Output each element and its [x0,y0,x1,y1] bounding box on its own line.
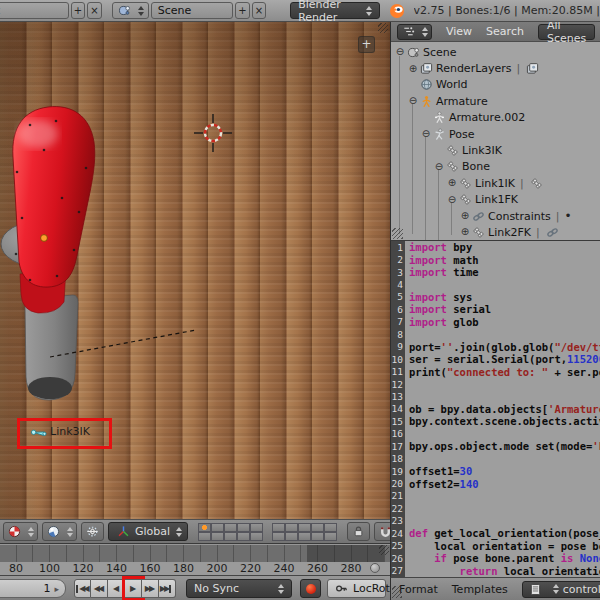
current-frame-field[interactable]: 1 ▸ [0,579,66,598]
transform-orientation-dropdown[interactable]: Global [108,522,188,541]
expand-toggle-icon[interactable]: ⊖ [420,129,432,139]
outliner-item-world[interactable]: World [391,77,600,93]
expand-toggle-icon[interactable]: ⊖ [446,195,458,205]
code-line-1[interactable]: 1import bpy [391,241,600,253]
code-line-5[interactable]: 5import sys [391,291,600,303]
lock-to-scene-button[interactable] [347,522,370,541]
outliner-item-link1fk[interactable]: ⊖Link1FK [391,192,600,208]
auto-keyframe-record-button[interactable] [300,579,321,598]
layer-cell-2[interactable] [211,523,224,532]
remove-layout-button[interactable]: × [87,2,102,19]
layer-cell-5[interactable] [250,523,263,532]
expand-toggle-icon[interactable]: ⊕ [459,227,471,237]
code-line-18[interactable]: 18 [391,452,600,464]
scene-datablock-button[interactable] [112,2,149,19]
scene-name-field[interactable]: Scene [151,2,233,19]
jump-to-end-button[interactable]: ▶▶ [159,579,176,598]
code-line-15[interactable]: 15bpy.context.scene.objects.active [391,415,600,427]
editor-type-selector[interactable] [3,522,38,541]
code-line-20[interactable]: 20offset2=140 [391,477,600,489]
code-line-6[interactable]: 6import serial [391,303,600,315]
code-line-25[interactable]: 25 local_orientation = pose_bone [391,540,600,552]
outliner-display-filter-dropdown[interactable]: All Scenes [538,24,595,40]
snap-toggle-button[interactable] [374,522,390,541]
expand-toggle-icon[interactable]: ⊕ [459,211,471,221]
play-reverse-button[interactable]: ◀ [108,579,125,598]
expand-toggle-icon[interactable]: ⊖ [407,96,419,106]
text-format-menu[interactable]: Format [399,583,438,596]
outliner-item-constraints[interactable]: ⊕Constraints|• [391,208,600,224]
open-properties-shelf-button[interactable]: + [358,36,375,53]
outliner-item-armature[interactable]: ⊖Armature [391,93,600,109]
keying-set-button[interactable]: LocRot [327,579,386,598]
resize-corner-handle[interactable] [392,586,402,598]
next-keyframe-button[interactable]: ▶▶ [142,579,159,598]
code-line-23[interactable]: 23 [391,515,600,527]
timeline-track[interactable] [0,545,390,562]
layer-cell-13[interactable] [298,523,311,532]
screen-layout-field[interactable]: fault [0,2,69,19]
layer-cell-12[interactable] [285,523,298,532]
resize-corner-handle[interactable] [392,228,403,239]
layer-cell-15[interactable] [324,523,337,532]
timeline-frame-ruler[interactable]: 80100120140160180200220240260280 [0,562,390,576]
code-line-7[interactable]: 7import glob [391,316,600,328]
text-datablock-dropdown[interactable]: controlBySerial.p [522,581,600,598]
layer-cell-3[interactable] [224,523,237,532]
resize-corner-handle[interactable] [378,23,388,33]
mode-dropdown[interactable] [42,522,77,541]
layers-grid-2[interactable] [272,523,337,541]
layer-cell-17[interactable] [285,532,298,541]
code-line-24[interactable]: 24def get_local_orientation(pose_bo [391,527,600,539]
outliner-item-link2fk[interactable]: ⊕Link2FK| [391,224,600,240]
outliner-item-scene[interactable]: ⊖Scene [391,44,600,60]
resize-corner-handle[interactable] [379,545,389,555]
timeline-scrollbar-knob[interactable] [370,563,380,573]
expand-toggle-icon[interactable]: ⊖ [433,162,445,172]
layer-cell-4[interactable] [237,523,250,532]
3d-viewport[interactable]: Link3IK + [0,22,390,519]
frame-stepper-arrow-icon[interactable]: ▸ [54,584,59,594]
code-line-9[interactable]: 9port=''.join(glob.glob("/dev/ttyU [391,341,600,353]
layer-cell-6[interactable] [198,532,211,541]
expand-toggle-icon[interactable]: ⊕ [407,64,419,74]
render-engine-dropdown[interactable]: Blender Render [290,2,379,19]
layers-grid-1[interactable] [198,523,263,541]
selected-bone-icon[interactable] [31,430,46,436]
code-line-17[interactable]: 17bpy.ops.object.mode_set(mode='POS [391,440,600,452]
layer-cell-7[interactable] [211,532,224,541]
layer-cell-18[interactable] [298,532,311,541]
code-line-13[interactable]: 13 [391,390,600,402]
timeline-strip[interactable]: 80100120140160180200220240260280 [0,543,390,575]
add-layout-button[interactable]: + [71,2,86,19]
code-line-12[interactable]: 12 [391,378,600,390]
code-line-4[interactable]: 4 [391,278,600,290]
layer-cell-20[interactable] [324,532,337,541]
code-line-10[interactable]: 10ser = serial.Serial(port,115200) [391,353,600,365]
expand-toggle-icon[interactable]: ⊖ [394,47,406,57]
layer-cell-1[interactable] [198,523,211,532]
outliner-search-menu[interactable]: Search [486,25,524,38]
outliner-item-armature-002[interactable]: Armature.002 [391,110,600,126]
outliner-item-renderlayers[interactable]: ⊕RenderLayers| [391,60,600,76]
code-line-27[interactable]: 27 return local_orientation [391,564,600,576]
expand-toggle-icon[interactable]: ⊕ [446,178,458,188]
code-line-3[interactable]: 3import time [391,266,600,278]
text-editor[interactable]: 1import bpy2import math3import time45imp… [390,240,600,577]
code-line-21[interactable]: 21 [391,490,600,502]
layer-cell-10[interactable] [250,532,263,541]
manipulator-toggle-button[interactable] [81,522,104,541]
code-line-11[interactable]: 11print("connected to: " + ser.por [391,365,600,377]
layer-cell-16[interactable] [272,532,285,541]
add-scene-button[interactable]: + [235,2,250,19]
code-line-22[interactable]: 22 [391,502,600,514]
outliner-item-bone[interactable]: ⊖Bone [391,159,600,175]
outliner-item-link1ik[interactable]: ⊕Link1IK| [391,175,600,191]
code-line-26[interactable]: 26 if pose_bone.parent is None: [391,552,600,564]
code-line-8[interactable]: 8 [391,328,600,340]
play-button[interactable]: ▶ [125,579,142,598]
code-line-19[interactable]: 19offset1=30 [391,465,600,477]
outliner-item-link3ik[interactable]: Link3IK [391,142,600,158]
code-line-16[interactable]: 16 [391,428,600,440]
outliner-item-pose[interactable]: ⊖Pose [391,126,600,142]
